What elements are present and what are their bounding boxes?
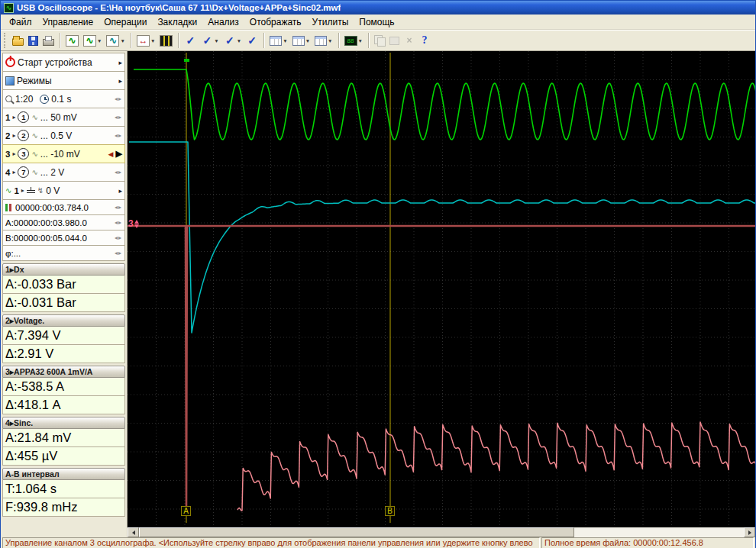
dropdown-arrow-icon[interactable]: ▼ [328, 38, 332, 44]
measure-panel-header[interactable]: A-B интервал [2, 468, 125, 480]
open-panel-arrow-icon[interactable]: ▶ [116, 149, 122, 159]
channel-arrow-icon: ▸ [12, 114, 15, 121]
menu-operations[interactable]: Операции [99, 15, 152, 29]
measure-value-delta: Δ:2.91 V [2, 345, 125, 363]
app-window: ∿ USB Oscilloscope - E:\На ноутбук\Саша … [0, 0, 756, 548]
channel-range-value[interactable]: ... 2 V [40, 167, 64, 178]
range-spin-control[interactable]: ◂▸ [115, 114, 122, 121]
marker-check-2-button[interactable]: ✓▼ [199, 32, 221, 49]
snapshot-icon [389, 37, 399, 45]
phase-row[interactable]: φ:... ◂▸ [2, 245, 125, 261]
expand-arrow-icon[interactable]: ▸ [118, 59, 122, 66]
report-table-a-button[interactable]: ▼ [267, 34, 289, 48]
scrollbar-track[interactable] [139, 527, 744, 537]
expand-arrow-icon[interactable]: ▸ [118, 187, 122, 195]
dropdown-arrow-icon[interactable]: ▼ [120, 38, 124, 44]
scroll-left-button[interactable] [128, 527, 139, 537]
time-spin-control[interactable]: ◂▸ [115, 234, 122, 241]
time-spin-control[interactable]: ◂▸ [115, 219, 122, 226]
dropdown-arrow-icon[interactable]: ▼ [214, 38, 218, 44]
channel-3-row-selected[interactable]: 3 ▸ 3 ∿ ... -10 mV ◀ ▶ [2, 144, 125, 163]
cursor-a-label[interactable]: A [181, 506, 191, 516]
modes-button[interactable]: Режимы ▸ [2, 71, 125, 90]
expand-arrow-icon[interactable]: ▸ [118, 77, 122, 85]
start-device-button[interactable]: Старт устройства ▸ [2, 53, 125, 72]
channel-2-row[interactable]: 2 ▸ 2 ∿ ... 0.5 V ◂▸ [2, 126, 125, 145]
channel-range-value[interactable]: ... -10 mV [40, 149, 80, 160]
menu-display[interactable]: Отображать [244, 15, 307, 29]
trigger-marker[interactable] [184, 59, 189, 62]
scrollbar-thumb[interactable] [139, 527, 574, 537]
help-button[interactable]: ? [417, 32, 432, 49]
report-table-c-button[interactable]: ▼ [312, 34, 334, 48]
measure-panel-header[interactable]: 3▸APPA32 600A 1mV/A [2, 366, 125, 378]
channel-arrow-icon: ▸ [12, 150, 15, 157]
measure-value-t: T:1.064 s [2, 480, 125, 498]
marker-check-3-button[interactable]: ✓▼ [221, 32, 244, 49]
oscilloscope-display[interactable]: 3 A B [128, 51, 755, 527]
report-table-b-button[interactable]: ▼ [290, 34, 312, 48]
measure-panel-header[interactable]: 1▸Dx [2, 263, 125, 276]
zoom-ratio[interactable]: 1:20 [15, 94, 33, 105]
cursor-b-label[interactable]: B [385, 506, 395, 516]
scale-spin-control[interactable]: ◂▸ [115, 95, 122, 102]
menu-help[interactable]: Помощь [354, 15, 399, 29]
dropdown-arrow-icon[interactable]: ▼ [150, 38, 155, 44]
open-file-button[interactable] [10, 34, 26, 48]
trigger-level[interactable]: 0 V [46, 185, 60, 196]
menu-analysis[interactable]: Анализ [202, 15, 244, 29]
range-spin-control[interactable]: ◂▸ [115, 169, 122, 176]
print-icon [43, 39, 54, 46]
measure-tool-button[interactable]: ↔▼ [134, 33, 157, 49]
cursor-tool-button[interactable] [157, 33, 175, 49]
dropdown-arrow-icon[interactable]: ▼ [97, 38, 102, 44]
toolbar: ∿∿▼∿▼↔▼✓✓▼✓▼✓▼▼▼▼×? [1, 30, 755, 51]
dropdown-arrow-icon[interactable]: ▼ [358, 38, 363, 44]
menu-file[interactable]: Файл [4, 15, 37, 29]
horizontal-scrollbar[interactable] [1, 527, 755, 537]
channel-number: 1 [5, 113, 10, 122]
single-capture-button[interactable]: ∿ [63, 33, 81, 49]
time-position-row[interactable]: 00000:00:03.784.0 ◂▸ [2, 199, 125, 215]
measure-value-delta: Δ:-0.031 Bar [2, 294, 125, 312]
measure-panel-ab-interval: A-B интервал T:1.064 s F:939.8 mHz [2, 468, 125, 517]
trigger-row[interactable]: ∿ 1 ▸ ↯ 0 V ▸ [2, 181, 125, 200]
channel-1-row[interactable]: 1 ▸ 1 ∿ ... 50 mV ◂▸ [2, 108, 125, 127]
title-bar[interactable]: ∿ USB Oscilloscope - E:\На ноутбук\Саша … [1, 1, 755, 15]
measure-panel-header[interactable]: 4▸Sinc. [2, 417, 125, 429]
range-spin-control[interactable]: ◂▸ [115, 132, 122, 139]
report-table-b-icon [292, 36, 305, 46]
save-file-button[interactable] [26, 34, 40, 48]
measure-panel-sinc: 4▸Sinc. A:21.84 mV Δ:455 µV [2, 417, 125, 466]
time-spin-control[interactable]: ◂▸ [115, 204, 122, 211]
menu-utilities[interactable]: Утилиты [307, 15, 354, 29]
scroll-right-button[interactable] [744, 527, 755, 537]
open-file-icon [12, 38, 24, 46]
channel-4-row[interactable]: 4 ▸ 7 ∿ ... 2 V ◂▸ [2, 163, 125, 182]
channel-range-value[interactable]: ... 50 mV [40, 112, 77, 123]
lcd-panel-button[interactable]: ▼ [342, 34, 365, 48]
trigger-channel[interactable]: 1 [14, 186, 18, 195]
channel-range-value[interactable]: ... 0.5 V [40, 131, 72, 141]
time-per-div[interactable]: 0.1 s [51, 94, 71, 105]
menu-bookmarks[interactable]: Закладки [152, 15, 202, 29]
measure-panel-header[interactable]: 2▸Voltage. [2, 314, 125, 327]
marker-check-1-button[interactable]: ✓ [182, 32, 199, 49]
input-badge: 7 [18, 166, 29, 178]
marker-check-4-button[interactable]: ✓ [244, 32, 260, 49]
dropdown-arrow-icon[interactable]: ▼ [283, 38, 287, 44]
menu-control[interactable]: Управление [37, 15, 99, 29]
scale-row[interactable]: 1:20 0.1 s ◂▸ [2, 89, 125, 108]
print-button[interactable] [40, 34, 57, 48]
cursor-tool-icon [160, 35, 173, 47]
cursor-b-time-row[interactable]: B:00000:00:05.044.0 ◂▸ [2, 230, 125, 246]
channel3-level-marker[interactable]: 3 [128, 218, 139, 229]
dropdown-arrow-icon[interactable]: ▼ [237, 38, 241, 44]
phase-value: φ:... [5, 249, 21, 258]
display-mode-1-button[interactable]: ∿▼ [81, 33, 104, 49]
cursor-a-time-row[interactable]: A:00000:00:03.980.0 ◂▸ [2, 214, 125, 230]
toolbar-grip[interactable] [4, 33, 7, 48]
display-mode-2-button[interactable]: ∿▼ [104, 33, 127, 49]
dropdown-arrow-icon[interactable]: ▼ [305, 38, 310, 44]
phase-spin-control[interactable]: ◂▸ [115, 250, 122, 256]
